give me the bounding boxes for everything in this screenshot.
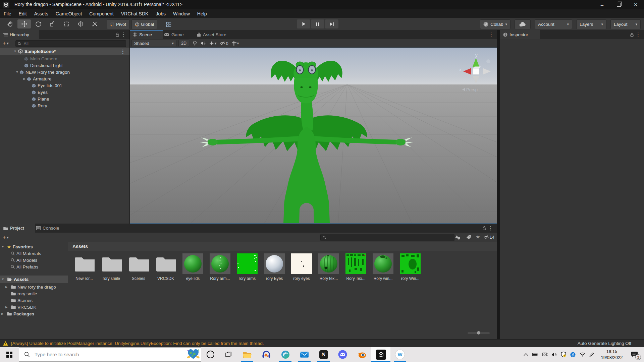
taskbar-app-blender[interactable] — [352, 347, 371, 362]
rect-tool-icon[interactable] — [60, 19, 73, 28]
asset-item[interactable]: rory Eyes — [262, 253, 287, 281]
tab-inspector[interactable]: Inspector — [500, 30, 540, 39]
project-hidden-count[interactable]: 14 — [484, 235, 494, 240]
menu-jobs[interactable]: Jobs — [152, 9, 169, 18]
create-add-button[interactable]: + — [3, 234, 6, 240]
favorites-star-icon[interactable]: ★ — [476, 234, 480, 240]
close-icon[interactable]: × — [627, 0, 644, 9]
kebab-menu-icon[interactable]: ⋮ — [488, 226, 493, 231]
asset-item[interactable]: Scenes — [126, 253, 151, 281]
display-capture-icon[interactable] — [540, 347, 549, 362]
menu-file[interactable]: File — [0, 9, 15, 18]
taskbar-app-unity[interactable] — [371, 347, 390, 362]
cortana-button[interactable] — [201, 347, 219, 362]
kebab-menu-icon[interactable]: ⋮ — [636, 32, 641, 37]
scene-audio-icon[interactable] — [201, 41, 206, 46]
hierarchy-row[interactable]: Main Camera — [0, 55, 129, 62]
tab-console[interactable]: Console — [33, 224, 70, 233]
restore-icon[interactable] — [610, 0, 627, 9]
kebab-menu-icon[interactable]: ⋮ — [489, 32, 494, 37]
cloud-icon[interactable] — [515, 19, 531, 29]
asset-item[interactable]: rory smile — [99, 253, 124, 281]
move-tool-icon[interactable] — [17, 19, 31, 28]
tree-all-prefabs[interactable]: All Prefabs — [0, 263, 38, 270]
create-add-caret-icon[interactable]: ▾ — [7, 235, 9, 240]
scene-fx-dropdown[interactable]: ▾ — [209, 41, 217, 46]
slider-thumb[interactable] — [477, 331, 480, 335]
tab-project[interactable]: Project — [0, 224, 35, 233]
menu-gameobject[interactable]: GameObject — [52, 9, 86, 18]
search-highlight-doodle-icon[interactable] — [187, 349, 200, 360]
pivot-toggle[interactable]: Pivot — [107, 19, 129, 29]
asset-item[interactable]: Rory Tex... — [343, 253, 369, 281]
scene-viewport[interactable]: y x Persp — [130, 48, 497, 224]
grid-snap-icon[interactable] — [162, 20, 175, 29]
pause-button[interactable] — [311, 19, 324, 28]
tray-clock[interactable]: 19:15 19/08/2022 — [596, 349, 627, 360]
taskbar-app-notion[interactable]: N — [314, 347, 333, 362]
asset-item[interactable]: Rory arm... — [207, 253, 233, 281]
global-toggle[interactable]: Global — [131, 19, 157, 29]
scene-kebab-icon[interactable]: ⋮ — [120, 49, 125, 54]
notification-center-button[interactable]: 3 — [627, 347, 641, 362]
collapse-closed-icon[interactable]: ▶ — [22, 77, 27, 80]
scene-grid-visibility-dropdown[interactable]: ▾ — [232, 41, 239, 46]
taskbar-app-audacity[interactable] — [257, 347, 276, 362]
hierarchy-row[interactable]: ▶ Armature — [0, 75, 129, 82]
layers-dropdown[interactable]: Layers▾ — [576, 19, 606, 29]
tab-game[interactable]: Game — [161, 30, 193, 39]
security-shield-icon[interactable] — [559, 347, 568, 362]
task-view-button[interactable] — [219, 347, 237, 362]
hierarchy-row[interactable]: Directional Light — [0, 62, 129, 69]
step-button[interactable] — [325, 19, 338, 28]
hierarchy-search[interactable] — [15, 40, 126, 47]
menu-edit[interactable]: Edit — [15, 9, 31, 18]
asset-item[interactable]: New ror... — [71, 253, 97, 281]
taskbar-app-mail[interactable] — [295, 347, 314, 362]
taskbar-search-input[interactable] — [34, 351, 163, 358]
tree-folder[interactable]: ▶ VRCSDK — [0, 304, 36, 310]
tree-packages-root[interactable]: ▶ Packages — [0, 310, 34, 317]
menu-window[interactable]: Window — [169, 9, 194, 18]
collab-dropdown[interactable]: Collab▾ — [480, 19, 511, 29]
collapse-open-icon[interactable]: ▼ — [15, 70, 19, 74]
tree-folder[interactable]: Scenes — [0, 297, 33, 304]
taskbar-app-edge[interactable] — [276, 347, 295, 362]
tab-hierarchy[interactable]: Hierarchy — [0, 30, 39, 39]
scene-hidden-objects-toggle[interactable]: 0 — [220, 41, 228, 46]
hierarchy-search-input[interactable] — [23, 41, 124, 47]
create-add-caret-icon[interactable]: ▾ — [7, 41, 9, 46]
wifi-icon[interactable] — [578, 347, 587, 362]
lock-icon[interactable] — [482, 226, 486, 230]
hierarchy-row-scene[interactable]: ▼ SampleScene* ⋮ — [0, 48, 129, 55]
lock-icon[interactable] — [630, 33, 634, 37]
scene-lighting-icon[interactable] — [193, 41, 197, 46]
menu-component[interactable]: Component — [86, 9, 117, 18]
tab-asset-store[interactable]: Asset Store — [194, 30, 236, 39]
asset-item[interactable]: rory eyes — [289, 253, 314, 281]
status-bar[interactable]: [Always] Unable to initialize PoolManage… — [0, 339, 644, 347]
taskbar-search[interactable] — [19, 347, 201, 362]
asset-item[interactable]: Rory win... — [370, 253, 396, 281]
tree-folder[interactable]: ▶ New rory the drago — [0, 284, 56, 290]
project-search[interactable] — [320, 234, 454, 241]
tree-all-models[interactable]: All Models — [0, 257, 37, 263]
shading-mode-dropdown[interactable]: Shaded▾ — [131, 40, 176, 47]
taskbar-app-discord[interactable] — [333, 347, 352, 362]
bluetooth-icon[interactable] — [568, 347, 578, 362]
tray-chevron-icon[interactable] — [521, 347, 531, 362]
project-search-input[interactable] — [328, 235, 452, 240]
search-by-type-icon[interactable] — [455, 235, 461, 240]
layout-dropdown[interactable]: Layout▾ — [610, 19, 641, 29]
asset-item[interactable]: rory arms — [234, 253, 260, 281]
hierarchy-row[interactable]: ▼ NEW Rory the dragon — [0, 69, 129, 75]
play-button[interactable] — [297, 19, 310, 28]
transform-tool-icon[interactable] — [74, 19, 87, 28]
thumbnail-size-slider[interactable] — [468, 331, 490, 335]
pen-icon[interactable] — [587, 347, 596, 362]
minimize-icon[interactable]: – — [594, 0, 610, 9]
kebab-menu-icon[interactable]: ⋮ — [121, 32, 126, 37]
hand-tool-icon[interactable] — [3, 19, 17, 28]
console-warning-message[interactable]: [Always] Unable to initialize PoolManage… — [11, 341, 264, 346]
asset-item[interactable]: Rory tex... — [316, 253, 341, 281]
